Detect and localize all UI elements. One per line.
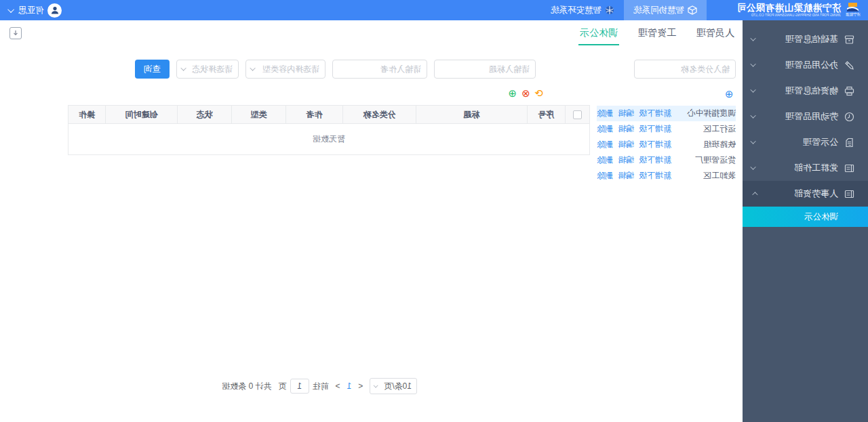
tree-node-name[interactable]: 货运管理厂 — [695, 154, 736, 166]
table-empty-row: 暂无数据 — [68, 123, 589, 154]
sidebar-item-label: 人事劳资部 — [756, 188, 838, 200]
user-area[interactable]: 何亚思 — [0, 3, 62, 18]
status-select[interactable]: 请选择状态 — [176, 60, 239, 79]
tabs: 人员管理 工资管理 调休公示 — [578, 20, 736, 46]
document-icon — [844, 138, 854, 148]
empty-text: 暂无数据 — [313, 133, 345, 145]
col-header-category: 分类名称 — [342, 106, 416, 123]
tab-salary-mgmt[interactable]: 工资管理 — [637, 21, 677, 45]
page-size-select[interactable]: 10条/页 — [370, 378, 417, 394]
search-button[interactable]: 查询 — [135, 60, 170, 79]
chevron-down-icon — [180, 65, 186, 70]
select-all-cell — [565, 106, 589, 123]
top-nav: 智慧协同系统 智慧安环系统 — [541, 0, 707, 20]
col-header-title: 标题 — [416, 106, 527, 123]
edit-link[interactable]: 编辑 — [618, 123, 634, 135]
tree-row[interactable]: 装卸工区 新增下级 编辑 删除 — [597, 168, 736, 184]
topnav-item-collab-system[interactable]: 智慧协同系统 — [624, 0, 707, 20]
delete-link[interactable]: 删除 — [597, 154, 613, 166]
page-header: 人员管理 工资管理 调休公示 — [0, 20, 743, 46]
select-placeholder: 请选择状态 — [192, 64, 233, 75]
sidebar-item-announcement-mgmt[interactable]: 公示管理 — [743, 129, 868, 155]
tree-row[interactable]: 铁路班组 新增下级 编辑 删除 — [597, 137, 736, 152]
tree-node-name[interactable]: 运行工区 — [703, 123, 736, 135]
chevron-down-icon — [374, 383, 378, 387]
tree-node-name[interactable]: 装卸工区 — [703, 170, 736, 182]
idcard-icon — [844, 189, 854, 199]
arrow-down-icon — [12, 30, 19, 37]
sidebar-item-office-supplies[interactable]: 办公用品管理 — [743, 52, 868, 78]
batch-delete-icon[interactable]: ⊗ — [521, 88, 530, 98]
delete-link[interactable]: 删除 — [597, 170, 613, 182]
topnav-label: 智慧安环系统 — [551, 5, 601, 16]
sidebar-item-label: 劳动用品管理 — [756, 110, 838, 123]
edit-link[interactable]: 编辑 — [618, 108, 634, 119]
col-header-status: 状态 — [177, 106, 231, 123]
sidebar-item-label: 党群工作部 — [756, 162, 838, 174]
chevron-down-icon — [750, 87, 755, 92]
tab-personnel-mgmt[interactable]: 人员管理 — [695, 21, 736, 45]
sidebar-item-party-work[interactable]: 党群工作部 — [743, 155, 868, 181]
tree-row[interactable]: 调度指挥中心 新增下级 编辑 删除 — [597, 106, 736, 121]
add-child-link[interactable]: 新增下级 — [639, 154, 671, 166]
add-child-link[interactable]: 新增下级 — [639, 108, 671, 119]
category-tree-panel: ⊕ 调度指挥中心 新增下级 编辑 删除 运行工区 新增下级 编辑 — [597, 60, 736, 184]
printer-icon — [844, 86, 854, 96]
page-size-value: 10条/页 — [384, 381, 412, 392]
sidebar-item-material-info[interactable]: 物资信息管理 — [743, 78, 868, 104]
delete-link[interactable]: 删除 — [597, 108, 613, 119]
next-page-button[interactable]: > — [336, 381, 340, 391]
sail-logo-icon — [848, 3, 859, 12]
total-count-text: 共计 0 条数据 — [222, 381, 271, 392]
edit-link[interactable]: 编辑 — [618, 170, 634, 182]
content-type-select[interactable]: 请选择内容类型 — [245, 60, 326, 79]
sidebar-item-label: 基础信息管理 — [756, 33, 838, 45]
add-root-category-button[interactable]: ⊕ — [724, 89, 734, 100]
collapse-panel-button[interactable] — [9, 27, 22, 39]
chevron-down-icon[interactable] — [7, 6, 14, 13]
safety-globe-icon — [605, 5, 614, 15]
add-record-icon[interactable]: ⊕ — [508, 88, 517, 98]
chevron-down-icon — [750, 61, 755, 66]
sidebar-subitem-leave-announcement[interactable]: 调休公示 — [743, 207, 868, 227]
col-header-type: 类型 — [231, 106, 285, 123]
sidebar-item-labor-supplies[interactable]: 劳动用品管理 — [743, 104, 868, 129]
main-content: 人员管理 工资管理 调休公示 ⊕ 调度指挥中心 新增下级 — [0, 20, 743, 422]
jump-suffix: 页 — [279, 381, 287, 392]
delete-link[interactable]: 删除 — [597, 123, 613, 135]
sidebar-item-label: 物资信息管理 — [756, 85, 838, 97]
tree-node-name[interactable]: 调度指挥中心 — [687, 108, 736, 119]
sidebar-item-label: 公示管理 — [756, 136, 838, 148]
clock-icon — [844, 112, 854, 122]
tree-row[interactable]: 货运管理厂 新增下级 编辑 删除 — [597, 152, 736, 168]
tree-node-name[interactable]: 铁路班组 — [703, 139, 736, 150]
chevron-down-icon — [250, 65, 255, 70]
title-filter-input[interactable] — [434, 60, 536, 79]
category-search-input[interactable] — [634, 60, 736, 79]
edit-link[interactable]: 编辑 — [618, 154, 634, 166]
refresh-icon[interactable]: ⟳ — [534, 88, 543, 98]
chevron-down-icon — [750, 138, 755, 144]
tab-leave-announcement[interactable]: 调休公示 — [578, 21, 619, 45]
company-subtitle-en: JINING PORT AND SHIPPING LIANGSHAN PORT … — [751, 14, 841, 17]
add-child-link[interactable]: 新增下级 — [639, 170, 671, 182]
prev-page-button[interactable]: < — [358, 381, 363, 391]
add-child-link[interactable]: 新增下级 — [639, 123, 671, 135]
author-filter-input[interactable] — [332, 60, 427, 79]
sidebar-item-basic-info[interactable]: 基础信息管理 — [743, 26, 868, 52]
avatar[interactable] — [48, 3, 62, 18]
cube-icon — [688, 5, 697, 15]
select-all-checkbox[interactable] — [573, 110, 582, 119]
add-child-link[interactable]: 新增下级 — [639, 139, 671, 150]
records-table: 序号 标题 分类名称 作者 类型 状态 创建时间 操作 暂无数据 — [68, 105, 590, 155]
jump-page-input[interactable] — [290, 379, 309, 394]
current-page[interactable]: 1 — [347, 381, 352, 391]
topnav-item-safety-system[interactable]: 智慧安环系统 — [541, 0, 624, 20]
col-header-actions: 操作 — [68, 106, 105, 123]
tree-row[interactable]: 运行工区 新增下级 编辑 删除 — [597, 121, 736, 137]
sidebar-item-hr-labor[interactable]: 人事劳资部 — [743, 181, 868, 207]
table-header-row: 序号 标题 分类名称 作者 类型 状态 创建时间 操作 — [68, 106, 589, 123]
chevron-down-icon — [750, 35, 755, 41]
edit-link[interactable]: 编辑 — [618, 139, 634, 150]
delete-link[interactable]: 删除 — [597, 139, 613, 150]
